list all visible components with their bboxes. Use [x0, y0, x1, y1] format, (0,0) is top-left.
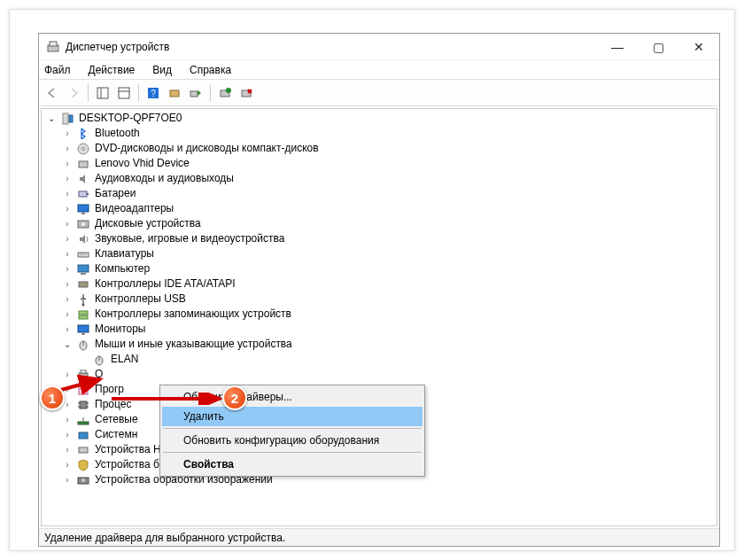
statusbar: Удаление драйвера для выбранного устройс…: [39, 528, 719, 546]
scan-hardware-button[interactable]: [165, 83, 184, 103]
chevron-right-icon[interactable]: ›: [61, 263, 74, 276]
context-menu-item-1[interactable]: Удалить: [162, 407, 422, 426]
window-controls: — ▢ ✕: [597, 34, 719, 59]
menu-help[interactable]: Справка: [188, 62, 233, 78]
tree-subitem-14-0[interactable]: ELAN: [42, 352, 717, 367]
tree-item-5[interactable]: ›Видеоадаптеры: [42, 201, 717, 216]
chevron-right-icon[interactable]: ›: [61, 429, 74, 441]
tree-item-8[interactable]: ›Клавиатуры: [42, 246, 717, 261]
cpu-icon: [76, 398, 90, 412]
annotation-arrow-1: [58, 374, 107, 395]
tree-item-label: Звуковые, игровые и видеоустройства: [93, 231, 286, 246]
close-button[interactable]: ✕: [678, 34, 719, 59]
chevron-right-icon[interactable]: ›: [61, 293, 74, 306]
hid-icon: [76, 443, 90, 457]
tree-item-11[interactable]: ›Контроллеры USB: [42, 292, 717, 307]
tree-item-label: DESKTOP-QPF7OE0: [77, 111, 183, 126]
storage-icon: [76, 307, 90, 322]
chevron-right-icon[interactable]: ›: [61, 143, 74, 155]
chevron-right-icon[interactable]: ›: [61, 459, 74, 471]
tree-item-15[interactable]: ›О: [42, 367, 717, 382]
tree-item-label: Lenovo Vhid Device: [93, 156, 191, 171]
audio-icon: [76, 172, 90, 186]
toolbar-separator: [88, 84, 89, 102]
context-menu-item-3[interactable]: Обновить конфигурацию оборудования: [162, 431, 422, 450]
chevron-down-icon[interactable]: ⌄: [45, 113, 58, 125]
tree-item-label: Контроллеры запоминающих устройств: [93, 307, 293, 322]
maximize-button[interactable]: ▢: [638, 34, 678, 59]
minimize-button[interactable]: —: [597, 34, 638, 59]
network-icon: [76, 413, 90, 427]
chevron-right-icon[interactable]: ›: [61, 278, 74, 291]
tree-item-label: Контроллеры USB: [93, 292, 188, 307]
svg-rect-46: [78, 422, 89, 424]
chevron-right-icon[interactable]: ›: [61, 188, 74, 200]
forward-button[interactable]: [64, 83, 83, 103]
uninstall-button[interactable]: [236, 83, 256, 103]
svg-rect-48: [79, 432, 88, 439]
tree-item-label: Мониторы: [93, 322, 147, 337]
svg-rect-26: [78, 265, 89, 272]
tree-item-label: Мыши и иные указывающие устройства: [93, 337, 294, 352]
svg-point-23: [81, 222, 85, 226]
chevron-right-icon[interactable]: ›: [61, 323, 74, 336]
security-icon: [76, 458, 90, 472]
chevron-right-icon[interactable]: ›: [61, 158, 74, 170]
chevron-right-icon[interactable]: ›: [61, 474, 74, 486]
help-button[interactable]: ?: [143, 83, 163, 103]
tree-item-4[interactable]: ›Батареи: [42, 186, 717, 201]
disc-icon: [76, 142, 90, 156]
enable-button[interactable]: [215, 83, 235, 103]
usb-icon: [76, 292, 90, 307]
tree-item-9[interactable]: ›Компьютер: [42, 261, 717, 276]
tree-item-label: Контроллеры IDE ATA/ATAPI: [93, 276, 237, 292]
tree-root[interactable]: ⌄DESKTOP-QPF7OE0: [42, 111, 717, 126]
svg-rect-33: [81, 333, 85, 335]
menu-file[interactable]: Файл: [43, 62, 73, 78]
tree-item-3[interactable]: ›Аудиовходы и аудиовыходы: [42, 171, 717, 186]
tree-item-6[interactable]: ›Дисковые устройства: [42, 216, 717, 231]
arrow-spacer: [77, 354, 89, 366]
context-menu-item-5[interactable]: Свойства: [162, 455, 422, 474]
chevron-right-icon[interactable]: ›: [61, 308, 74, 321]
chevron-right-icon[interactable]: ›: [61, 248, 74, 261]
svg-rect-32: [78, 325, 89, 332]
display-icon: [76, 202, 90, 216]
mouse-icon: [76, 338, 90, 352]
chevron-right-icon[interactable]: ›: [61, 128, 74, 140]
properties-button[interactable]: [114, 83, 134, 103]
battery-icon: [76, 187, 90, 201]
show-hide-tree-button[interactable]: [93, 83, 112, 103]
tree-item-10[interactable]: ›Контроллеры IDE ATA/ATAPI: [42, 276, 717, 292]
svg-rect-13: [63, 113, 68, 124]
svg-rect-17: [79, 161, 88, 167]
menu-view[interactable]: Вид: [151, 62, 174, 78]
svg-rect-27: [81, 273, 86, 275]
chevron-right-icon[interactable]: ›: [61, 414, 74, 426]
tree-item-0[interactable]: ›Bluetooth: [42, 126, 717, 141]
chevron-down-icon[interactable]: ⌄: [61, 338, 74, 351]
chevron-right-icon[interactable]: ›: [61, 233, 74, 245]
svg-rect-20: [78, 205, 89, 212]
tree-item-13[interactable]: ›Мониторы: [42, 322, 717, 337]
chevron-right-icon[interactable]: ›: [61, 173, 74, 185]
chevron-right-icon[interactable]: ›: [61, 203, 74, 215]
toolbar-separator: [210, 84, 211, 102]
system-icon: [76, 428, 90, 442]
chevron-right-icon[interactable]: ›: [61, 218, 74, 230]
menu-action[interactable]: Действие: [87, 62, 137, 78]
chevron-right-icon[interactable]: ›: [61, 444, 74, 456]
computer-icon: [76, 262, 90, 276]
mouse-icon: [92, 353, 106, 367]
menubar: Файл Действие Вид Справка: [39, 60, 719, 80]
back-button[interactable]: [43, 83, 62, 103]
sound-icon: [76, 232, 90, 246]
tree-item-7[interactable]: ›Звуковые, игровые и видеоустройства: [42, 231, 717, 246]
tree-item-1[interactable]: ›DVD-дисководы и дисководы компакт-диско…: [42, 141, 717, 156]
tree-item-14[interactable]: ⌄Мыши и иные указывающие устройства: [42, 337, 717, 352]
svg-rect-19: [87, 193, 89, 195]
tree-item-12[interactable]: ›Контроллеры запоминающих устройств: [42, 307, 717, 322]
update-driver-button[interactable]: [186, 83, 205, 103]
annotation-badge-1: 1: [40, 385, 65, 410]
tree-item-2[interactable]: ›Lenovo Vhid Device: [42, 156, 717, 171]
